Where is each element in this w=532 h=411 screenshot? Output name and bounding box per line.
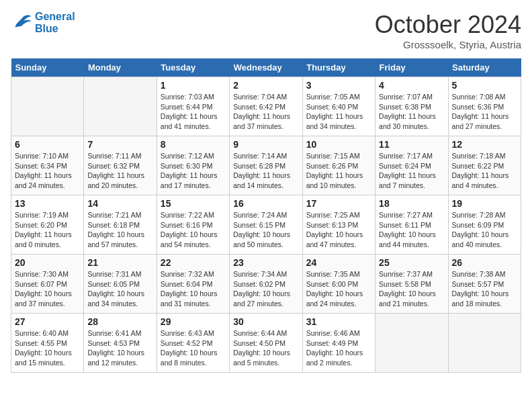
- day-info: Sunrise: 7:04 AM Sunset: 6:42 PM Dayligh…: [233, 92, 298, 132]
- week-row-4: 20Sunrise: 7:30 AM Sunset: 6:07 PM Dayli…: [11, 255, 521, 314]
- day-number: 14: [87, 198, 152, 209]
- calendar-cell: 17Sunrise: 7:25 AM Sunset: 6:13 PM Dayli…: [302, 195, 375, 255]
- header: General Blue October 2024 Grosssoelk, St…: [11, 11, 521, 50]
- day-number: 21: [87, 257, 152, 268]
- day-info: Sunrise: 7:32 AM Sunset: 6:04 PM Dayligh…: [161, 269, 226, 309]
- day-number: 23: [233, 257, 298, 268]
- calendar-cell: 24Sunrise: 7:35 AM Sunset: 6:00 PM Dayli…: [302, 255, 375, 314]
- title-area: October 2024 Grosssoelk, Styria, Austria: [375, 11, 521, 50]
- calendar-cell: 14Sunrise: 7:21 AM Sunset: 6:18 PM Dayli…: [84, 195, 157, 255]
- calendar-table: SundayMondayTuesdayWednesdayThursdayFrid…: [11, 58, 521, 373]
- day-number: 26: [452, 257, 517, 268]
- calendar-cell: [11, 77, 84, 136]
- calendar-cell: 8Sunrise: 7:12 AM Sunset: 6:30 PM Daylig…: [157, 136, 229, 195]
- logo-text: General Blue: [35, 11, 75, 34]
- day-number: 5: [452, 80, 517, 91]
- calendar-cell: 4Sunrise: 7:07 AM Sunset: 6:38 PM Daylig…: [375, 77, 448, 136]
- day-info: Sunrise: 7:34 AM Sunset: 6:02 PM Dayligh…: [233, 269, 298, 309]
- calendar-cell: 21Sunrise: 7:31 AM Sunset: 6:05 PM Dayli…: [84, 255, 157, 314]
- day-info: Sunrise: 6:46 AM Sunset: 4:49 PM Dayligh…: [306, 328, 371, 368]
- day-info: Sunrise: 7:38 AM Sunset: 5:57 PM Dayligh…: [452, 269, 517, 309]
- day-header-monday: Monday: [84, 58, 157, 77]
- day-header-thursday: Thursday: [302, 58, 375, 77]
- day-number: 7: [87, 139, 152, 150]
- day-info: Sunrise: 7:17 AM Sunset: 6:24 PM Dayligh…: [379, 151, 444, 191]
- week-row-5: 27Sunrise: 6:40 AM Sunset: 4:55 PM Dayli…: [11, 314, 521, 373]
- day-info: Sunrise: 7:28 AM Sunset: 6:09 PM Dayligh…: [452, 210, 517, 250]
- day-info: Sunrise: 6:43 AM Sunset: 4:52 PM Dayligh…: [161, 328, 226, 368]
- logo-icon: [11, 12, 32, 34]
- day-number: 19: [452, 198, 517, 209]
- day-number: 6: [15, 139, 80, 150]
- day-number: 30: [233, 316, 298, 327]
- day-info: Sunrise: 7:18 AM Sunset: 6:22 PM Dayligh…: [452, 151, 517, 191]
- day-info: Sunrise: 6:40 AM Sunset: 4:55 PM Dayligh…: [15, 328, 80, 368]
- calendar-cell: 1Sunrise: 7:03 AM Sunset: 6:44 PM Daylig…: [157, 77, 229, 136]
- day-info: Sunrise: 7:27 AM Sunset: 6:11 PM Dayligh…: [379, 210, 444, 250]
- calendar-cell: 3Sunrise: 7:05 AM Sunset: 6:40 PM Daylig…: [302, 77, 375, 136]
- calendar-cell: 12Sunrise: 7:18 AM Sunset: 6:22 PM Dayli…: [448, 136, 521, 195]
- day-info: Sunrise: 7:07 AM Sunset: 6:38 PM Dayligh…: [379, 92, 444, 132]
- day-number: 27: [15, 316, 80, 327]
- day-info: Sunrise: 7:21 AM Sunset: 6:18 PM Dayligh…: [87, 210, 152, 250]
- calendar-cell: 31Sunrise: 6:46 AM Sunset: 4:49 PM Dayli…: [302, 314, 375, 373]
- day-number: 3: [306, 80, 371, 91]
- day-info: Sunrise: 6:44 AM Sunset: 4:50 PM Dayligh…: [233, 328, 298, 368]
- day-info: Sunrise: 7:05 AM Sunset: 6:40 PM Dayligh…: [306, 92, 371, 132]
- day-info: Sunrise: 7:08 AM Sunset: 6:36 PM Dayligh…: [452, 92, 517, 132]
- week-row-3: 13Sunrise: 7:19 AM Sunset: 6:20 PM Dayli…: [11, 195, 521, 255]
- day-number: 13: [15, 198, 80, 209]
- day-number: 1: [161, 80, 226, 91]
- calendar-cell: 19Sunrise: 7:28 AM Sunset: 6:09 PM Dayli…: [448, 195, 521, 255]
- day-number: 11: [379, 139, 444, 150]
- calendar-cell: 13Sunrise: 7:19 AM Sunset: 6:20 PM Dayli…: [11, 195, 84, 255]
- calendar-cell: 23Sunrise: 7:34 AM Sunset: 6:02 PM Dayli…: [230, 255, 302, 314]
- day-info: Sunrise: 7:37 AM Sunset: 5:58 PM Dayligh…: [379, 269, 444, 309]
- day-number: 8: [161, 139, 226, 150]
- calendar-cell: 7Sunrise: 7:11 AM Sunset: 6:32 PM Daylig…: [84, 136, 157, 195]
- calendar-cell: 16Sunrise: 7:24 AM Sunset: 6:15 PM Dayli…: [230, 195, 302, 255]
- calendar-cell: [84, 77, 157, 136]
- day-header-sunday: Sunday: [11, 58, 84, 77]
- calendar-cell: 9Sunrise: 7:14 AM Sunset: 6:28 PM Daylig…: [230, 136, 302, 195]
- day-info: Sunrise: 7:10 AM Sunset: 6:34 PM Dayligh…: [15, 151, 80, 191]
- day-info: Sunrise: 7:03 AM Sunset: 6:44 PM Dayligh…: [161, 92, 226, 132]
- calendar-cell: 27Sunrise: 6:40 AM Sunset: 4:55 PM Dayli…: [11, 314, 84, 373]
- day-info: Sunrise: 7:15 AM Sunset: 6:26 PM Dayligh…: [306, 151, 371, 191]
- days-header-row: SundayMondayTuesdayWednesdayThursdayFrid…: [11, 58, 521, 77]
- calendar-cell: 28Sunrise: 6:41 AM Sunset: 4:53 PM Dayli…: [84, 314, 157, 373]
- calendar-cell: 15Sunrise: 7:22 AM Sunset: 6:16 PM Dayli…: [157, 195, 229, 255]
- day-header-friday: Friday: [375, 58, 448, 77]
- calendar-cell: 18Sunrise: 7:27 AM Sunset: 6:11 PM Dayli…: [375, 195, 448, 255]
- week-row-1: 1Sunrise: 7:03 AM Sunset: 6:44 PM Daylig…: [11, 77, 521, 136]
- day-number: 31: [306, 316, 371, 327]
- calendar-cell: 30Sunrise: 6:44 AM Sunset: 4:50 PM Dayli…: [230, 314, 302, 373]
- day-info: Sunrise: 7:12 AM Sunset: 6:30 PM Dayligh…: [161, 151, 226, 191]
- day-info: Sunrise: 7:24 AM Sunset: 6:15 PM Dayligh…: [233, 210, 298, 250]
- month-title: October 2024: [375, 11, 521, 39]
- day-number: 15: [161, 198, 226, 209]
- calendar-cell: [375, 314, 448, 373]
- day-info: Sunrise: 7:35 AM Sunset: 6:00 PM Dayligh…: [306, 269, 371, 309]
- day-header-tuesday: Tuesday: [157, 58, 229, 77]
- calendar-cell: 29Sunrise: 6:43 AM Sunset: 4:52 PM Dayli…: [157, 314, 229, 373]
- day-number: 9: [233, 139, 298, 150]
- calendar-cell: 11Sunrise: 7:17 AM Sunset: 6:24 PM Dayli…: [375, 136, 448, 195]
- day-info: Sunrise: 7:14 AM Sunset: 6:28 PM Dayligh…: [233, 151, 298, 191]
- calendar-cell: 5Sunrise: 7:08 AM Sunset: 6:36 PM Daylig…: [448, 77, 521, 136]
- day-number: 20: [15, 257, 80, 268]
- day-number: 18: [379, 198, 444, 209]
- day-info: Sunrise: 7:11 AM Sunset: 6:32 PM Dayligh…: [87, 151, 152, 191]
- day-info: Sunrise: 7:25 AM Sunset: 6:13 PM Dayligh…: [306, 210, 371, 250]
- day-number: 10: [306, 139, 371, 150]
- calendar-cell: 20Sunrise: 7:30 AM Sunset: 6:07 PM Dayli…: [11, 255, 84, 314]
- day-number: 16: [233, 198, 298, 209]
- week-row-2: 6Sunrise: 7:10 AM Sunset: 6:34 PM Daylig…: [11, 136, 521, 195]
- calendar-cell: 26Sunrise: 7:38 AM Sunset: 5:57 PM Dayli…: [448, 255, 521, 314]
- day-info: Sunrise: 7:30 AM Sunset: 6:07 PM Dayligh…: [15, 269, 80, 309]
- day-number: 2: [233, 80, 298, 91]
- calendar-cell: 22Sunrise: 7:32 AM Sunset: 6:04 PM Dayli…: [157, 255, 229, 314]
- location-subtitle: Grosssoelk, Styria, Austria: [375, 39, 521, 50]
- calendar-cell: 2Sunrise: 7:04 AM Sunset: 6:42 PM Daylig…: [230, 77, 302, 136]
- day-number: 22: [161, 257, 226, 268]
